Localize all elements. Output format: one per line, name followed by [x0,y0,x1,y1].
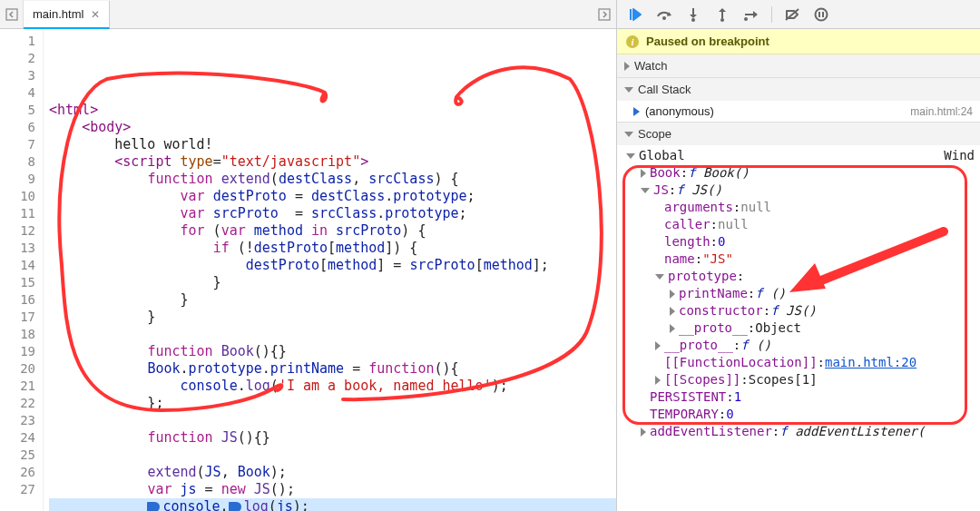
line-number[interactable]: 6 [0,119,35,136]
code-line[interactable]: console.log('I am a book, named hello'); [49,378,616,395]
code-line[interactable] [49,447,616,464]
show-navigator-button[interactable] [593,0,616,28]
callstack-header[interactable]: Call Stack [617,78,980,101]
line-number[interactable]: 22 [0,395,35,412]
line-number[interactable]: 4 [0,84,35,102]
code-line[interactable]: console.log(js); [49,498,616,511]
scope-key: prototype [668,268,737,285]
line-number[interactable]: 25 [0,447,35,464]
scope-row[interactable]: __proto__: f () [617,337,980,354]
line-number[interactable]: 10 [0,188,35,205]
scope-row[interactable]: arguments: null [617,199,980,216]
code-line[interactable]: destProto[method] = srcProto[method]; [49,257,616,274]
paused-banner-text: Paused on breakpoint [646,34,769,48]
step-out-button[interactable] [710,4,735,25]
code-line[interactable]: var destProto = destClass.prototype; [49,188,616,205]
line-number[interactable]: 5 [0,102,35,119]
watch-header[interactable]: Watch [617,54,980,77]
code-line[interactable]: function JS(){} [49,429,616,447]
code-line[interactable]: extend(JS, Book); [49,464,616,481]
scope-row[interactable]: caller: null [617,216,980,233]
tab-main-html[interactable]: main.html ✕ [24,1,110,29]
code-line[interactable]: } [49,309,616,326]
step-button[interactable] [739,4,764,25]
callstack-frame[interactable]: (anonymous) main.html:24 [617,101,980,122]
scope-global-row[interactable]: Global Wind [617,147,980,164]
chevron-right-icon [670,290,675,299]
scope-row[interactable]: [[FunctionLocation]]: main.html:20 [617,354,980,371]
scope-row[interactable]: __proto__: Object [617,319,980,337]
code-line[interactable]: <script type="text/javascript"> [49,153,616,171]
code-line[interactable]: <body> [49,119,616,136]
callstack-section: Call Stack (anonymous) main.html:24 [617,78,980,123]
code-line[interactable]: } [49,274,616,291]
scope-row[interactable]: TEMPORARY: 0 [617,406,980,423]
scope-value: f JS() [770,302,817,319]
line-number[interactable]: 19 [0,343,35,360]
code-line[interactable] [49,412,616,429]
tab-spacer [110,0,593,28]
code-line[interactable]: function Book(){} [49,343,616,360]
line-number[interactable]: 20 [0,360,35,378]
line-number[interactable]: 8 [0,153,35,171]
line-number[interactable]: 21 [0,378,35,395]
line-number[interactable]: 3 [0,67,35,84]
chevron-right-icon [655,376,661,385]
line-number[interactable]: 24 [0,429,35,447]
scope-row[interactable]: name: "JS" [617,251,980,268]
code-content[interactable]: <html> <body> hello world! <script type=… [44,29,616,511]
chevron-right-icon [655,341,661,350]
line-number[interactable]: 27 [0,481,35,498]
step-over-button[interactable] [652,4,677,25]
deactivate-breakpoints-button[interactable] [779,4,805,25]
line-number[interactable]: 14 [0,257,35,274]
code-line[interactable]: var js = new JS(); [49,481,616,498]
line-number[interactable]: 18 [0,326,35,343]
nav-back-button[interactable] [0,0,24,28]
scope-row[interactable]: addEventListener: f addEventListener( [617,423,980,440]
chevron-right-icon [624,62,630,71]
code-line[interactable]: var srcProto = srcClass.prototype; [49,205,616,222]
line-number[interactable]: 17 [0,309,35,326]
line-number[interactable]: 7 [0,136,35,153]
line-number[interactable]: 13 [0,240,35,257]
code-line[interactable]: } [49,291,616,309]
code-line[interactable]: if (!destProto[method]) { [49,240,616,257]
line-number[interactable]: 12 [0,222,35,240]
scope-row[interactable]: length: 0 [617,233,980,251]
code-line[interactable]: <html> [49,102,616,119]
paused-banner: i Paused on breakpoint [617,29,980,54]
svg-point-9 [720,18,724,22]
line-number[interactable]: 2 [0,50,35,67]
step-into-button[interactable] [681,4,706,25]
chevron-down-icon [626,153,635,159]
line-number[interactable]: 11 [0,205,35,222]
code-line[interactable]: function extend(destClass, srcClass) { [49,171,616,188]
scope-row[interactable]: Book: f Book() [617,164,980,182]
scope-row[interactable]: prototype: [617,268,980,285]
code-area[interactable]: 1234567891011121314151617181920212223242… [0,29,616,511]
code-line[interactable]: hello world! [49,136,616,153]
code-line[interactable]: }; [49,395,616,412]
scope-row[interactable]: [[Scopes]]: Scopes[1] [617,371,980,388]
line-number[interactable]: 23 [0,412,35,429]
code-line[interactable] [49,326,616,343]
close-icon[interactable]: ✕ [91,8,100,21]
frame-location[interactable]: main.html:24 [910,105,973,118]
scope-key: name [664,251,695,268]
scope-row[interactable]: PERSISTENT: 1 [617,388,980,406]
line-number[interactable]: 15 [0,274,35,291]
code-line[interactable]: for (var method in srcProto) { [49,222,616,240]
scope-row[interactable]: JS: f JS() [617,182,980,199]
scope-header[interactable]: Scope [617,123,980,145]
svg-point-14 [816,8,828,20]
scope-row[interactable]: printName: f () [617,285,980,302]
line-number[interactable]: 16 [0,291,35,309]
code-line[interactable]: Book.prototype.printName = function(){ [49,360,616,378]
scope-row[interactable]: constructor: f JS() [617,302,980,319]
resume-button[interactable] [622,4,648,25]
line-number[interactable]: 1 [0,33,35,50]
line-number[interactable]: 26 [0,464,35,481]
pause-on-exceptions-button[interactable] [808,4,834,25]
line-number[interactable]: 9 [0,171,35,188]
